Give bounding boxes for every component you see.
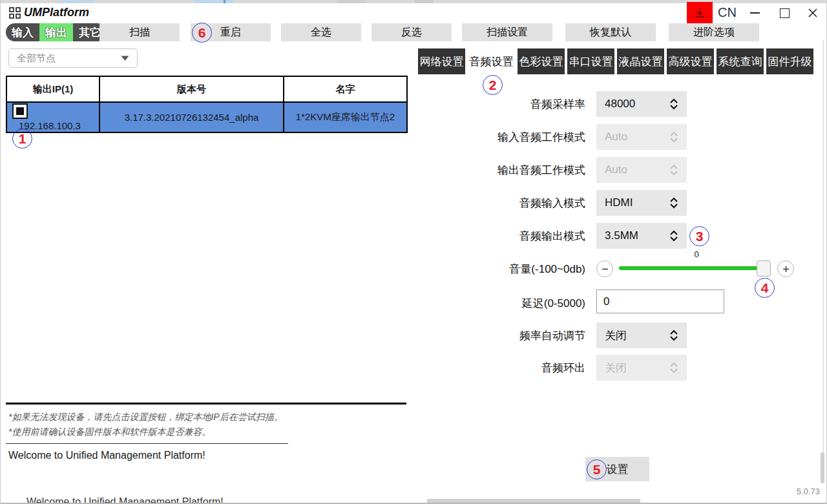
label-audio-input-mode: 音频输入模式 <box>411 196 585 211</box>
select-output-audio-mode-value: Auto <box>605 163 627 176</box>
close-icon <box>808 8 818 18</box>
table-header-row: 输出IP(1) 版本号 名字 <box>6 76 407 102</box>
tab-color-settings[interactable]: 色彩设置 <box>518 48 565 74</box>
annotation-circle-4: 4 <box>755 278 775 298</box>
tab-advanced-settings[interactable]: 高级设置 <box>667 48 714 74</box>
minimize-button[interactable] <box>744 4 766 22</box>
vertical-scrollbar-thumb[interactable] <box>821 452 824 483</box>
device-table: 输出IP(1) 版本号 名字 192.168.100.3 3.17.3.2021… <box>6 76 408 133</box>
column-header-version[interactable]: 版本号 <box>99 76 284 102</box>
select-all-button[interactable]: 全选 <box>281 23 361 41</box>
updown-chevron-icon <box>669 330 678 341</box>
select-audio-input-mode-value: HDMI <box>605 196 633 209</box>
label-audio-loopout: 音频环出 <box>411 361 585 375</box>
annotation-circle-1: 1 <box>12 129 32 149</box>
minimize-icon <box>750 12 760 14</box>
scan-button[interactable]: 扫描 <box>99 23 180 41</box>
label-sample-rate: 音频采样率 <box>411 97 585 112</box>
maximize-icon <box>780 8 790 18</box>
select-audio-input-mode[interactable]: HDMI <box>596 190 687 216</box>
invert-select-button[interactable]: 反选 <box>372 23 452 41</box>
updown-chevron-icon <box>669 164 678 176</box>
cell-name: 1*2KVM座席输出节点2 <box>284 102 407 132</box>
note-line-2: *使用前请确认设备固件版本和软件版本是否兼容。 <box>8 426 211 438</box>
tab-firmware-upgrade[interactable]: 固件升级 <box>766 48 813 74</box>
vertical-scrollbar-track[interactable] <box>822 40 824 483</box>
select-freq-auto-adjust[interactable]: 关闭 <box>596 322 687 348</box>
delay-input-value: 0 <box>603 295 609 308</box>
tab-audio-settings[interactable]: 音频设置 <box>468 48 515 74</box>
label-output-audio-mode: 输出音频工作模式 <box>411 163 585 178</box>
maximize-button[interactable] <box>773 4 795 22</box>
filter-tab-output[interactable]: 输出 <box>39 23 73 41</box>
restore-defaults-button[interactable]: 恢复默认 <box>565 23 656 41</box>
settings-tab-bar: 网络设置 音频设置 色彩设置 串口设置 液晶设置 高级设置 系统查询 固件升级 <box>418 48 813 74</box>
download-icon <box>693 6 706 19</box>
select-input-audio-mode: Auto <box>596 124 687 150</box>
version-label: 5.0.73 <box>750 487 820 496</box>
select-output-audio-mode: Auto <box>596 157 687 183</box>
cell-version: 3.17.3.20210726132454_alpha <box>99 102 284 132</box>
row-checkbox[interactable] <box>12 103 28 119</box>
note-line-1: *如果无法发现设备，请先点击设置按钮，绑定本地IP后在尝试扫描。 <box>8 412 283 423</box>
select-freq-auto-adjust-value: 关闭 <box>605 328 627 343</box>
tab-network-settings[interactable]: 网络设置 <box>418 48 465 74</box>
app-title: UMPlatform <box>24 6 89 19</box>
select-audio-output-mode-value: 3.5MM <box>605 229 638 242</box>
label-delay: 延迟(0-5000) <box>411 296 585 311</box>
volume-slider-track[interactable] <box>619 266 761 270</box>
updown-chevron-icon <box>669 131 678 143</box>
filter-tab-input[interactable]: 输入 <box>6 23 39 41</box>
volume-decrease-button[interactable] <box>596 260 613 277</box>
select-input-audio-mode-value: Auto <box>605 131 627 143</box>
volume-value: 0 <box>619 249 774 259</box>
label-audio-output-mode: 音频输出模式 <box>411 229 585 244</box>
language-indicator[interactable]: CN <box>718 5 737 20</box>
minus-icon <box>602 266 609 273</box>
app-logo-icon <box>9 7 21 21</box>
select-audio-loopout: 关闭 <box>596 355 687 381</box>
label-freq-auto-adjust: 频率自动调节 <box>411 328 585 343</box>
select-audio-output-mode[interactable]: 3.5MM <box>596 223 687 249</box>
select-sample-rate[interactable]: 48000 <box>596 91 687 117</box>
column-header-name[interactable]: 名字 <box>284 76 407 102</box>
select-sample-rate-value: 48000 <box>605 98 635 110</box>
welcome-message: Welcome to Unified Management Platform! <box>8 450 205 461</box>
delay-input[interactable]: 0 <box>596 289 724 313</box>
tab-serial-settings[interactable]: 串口设置 <box>567 48 614 74</box>
download-button[interactable] <box>687 2 713 24</box>
node-filter-value: 全部节点 <box>17 52 56 65</box>
volume-increase-button[interactable] <box>777 260 794 277</box>
notes-divider <box>6 443 288 444</box>
annotation-circle-2: 2 <box>483 75 503 95</box>
volume-slider-handle[interactable] <box>757 260 771 277</box>
updown-chevron-icon <box>669 98 678 110</box>
tab-lcd-settings[interactable]: 液晶设置 <box>617 48 664 74</box>
io-filter-group: 输入 输出 其它 <box>6 23 107 41</box>
chevron-down-icon <box>121 56 129 61</box>
updown-chevron-icon <box>669 362 678 373</box>
annotation-circle-3: 3 <box>689 226 709 246</box>
plus-icon <box>782 266 790 273</box>
annotation-circle-5: 5 <box>587 459 607 479</box>
annotation-circle-6: 6 <box>192 23 212 43</box>
checkbox-checked-mark <box>16 107 24 115</box>
select-audio-loopout-value: 关闭 <box>605 361 627 375</box>
advanced-options-button[interactable]: 进阶选项 <box>669 23 759 41</box>
scan-settings-button[interactable]: 扫描设置 <box>462 23 552 41</box>
updown-chevron-icon <box>669 197 678 209</box>
close-button[interactable] <box>802 4 824 22</box>
table-row[interactable]: 192.168.100.3 3.17.3.20210726132454_alph… <box>6 102 407 132</box>
node-filter-dropdown[interactable]: 全部节点 <box>8 48 138 68</box>
label-input-audio-mode: 输入音频工作模式 <box>411 130 585 145</box>
label-volume: 音量(-100~0db) <box>411 262 585 277</box>
tab-system-query[interactable]: 系统查询 <box>717 48 764 74</box>
cell-output-ip: 192.168.100.3 <box>19 120 81 131</box>
column-header-output-ip[interactable]: 输出IP(1) <box>6 76 99 102</box>
updown-chevron-icon <box>669 230 678 242</box>
list-bottom-divider <box>6 403 406 404</box>
